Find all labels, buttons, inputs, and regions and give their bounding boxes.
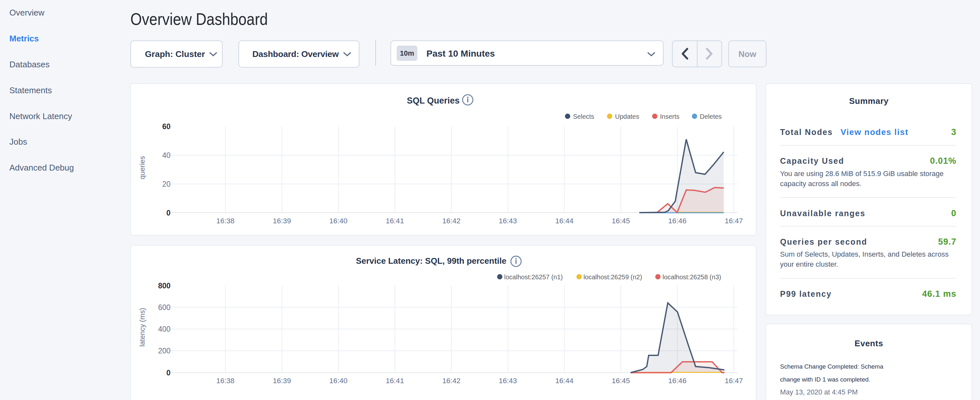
svg-text:Service Latency: SQL, 99th per: Service Latency: SQL, 99th percentile [356, 256, 506, 266]
svg-text:16:46: 16:46 [668, 377, 686, 385]
svg-text:16:41: 16:41 [386, 377, 404, 385]
svg-text:localhost:26258 (n3): localhost:26258 (n3) [663, 274, 721, 280]
svg-text:60: 60 [162, 122, 170, 131]
svg-text:200: 200 [158, 347, 170, 355]
svg-text:16:44: 16:44 [555, 377, 573, 385]
svg-text:16:39: 16:39 [273, 377, 291, 385]
svg-text:16:38: 16:38 [216, 377, 235, 385]
svg-text:16:45: 16:45 [612, 377, 630, 385]
svg-text:16:43: 16:43 [499, 217, 517, 225]
svg-text:localhost:26259 (n2): localhost:26259 (n2) [583, 274, 642, 280]
svg-text:Selects: Selects [573, 113, 594, 120]
svg-text:16:47: 16:47 [725, 377, 743, 385]
svg-text:localhost:26257 (n1): localhost:26257 (n1) [504, 274, 563, 280]
svg-text:800: 800 [158, 282, 170, 290]
svg-text:400: 400 [158, 325, 170, 333]
svg-text:20: 20 [162, 180, 170, 188]
svg-text:16:45: 16:45 [612, 217, 630, 225]
svg-text:40: 40 [162, 151, 170, 159]
svg-text:16:47: 16:47 [725, 217, 743, 225]
svg-text:16:44: 16:44 [555, 217, 573, 225]
svg-text:16:43: 16:43 [499, 377, 517, 385]
svg-text:16:38: 16:38 [216, 217, 235, 225]
svg-text:16:42: 16:42 [442, 377, 460, 385]
svg-text:queries: queries [138, 156, 146, 179]
svg-text:latency (ms): latency (ms) [138, 308, 146, 347]
svg-text:Updates: Updates [615, 113, 639, 120]
svg-text:SQL Queries: SQL Queries [407, 96, 460, 105]
svg-text:0: 0 [166, 209, 170, 217]
svg-text:16:42: 16:42 [442, 217, 460, 225]
svg-text:16:39: 16:39 [273, 217, 291, 225]
svg-text:600: 600 [158, 303, 170, 312]
svg-text:0: 0 [166, 369, 170, 377]
svg-text:16:46: 16:46 [668, 217, 686, 225]
svg-text:16:40: 16:40 [329, 377, 347, 385]
svg-text:Deletes: Deletes [700, 113, 722, 120]
svg-text:16:40: 16:40 [329, 217, 347, 225]
svg-text:Inserts: Inserts [660, 113, 679, 120]
svg-text:16:41: 16:41 [386, 217, 404, 225]
